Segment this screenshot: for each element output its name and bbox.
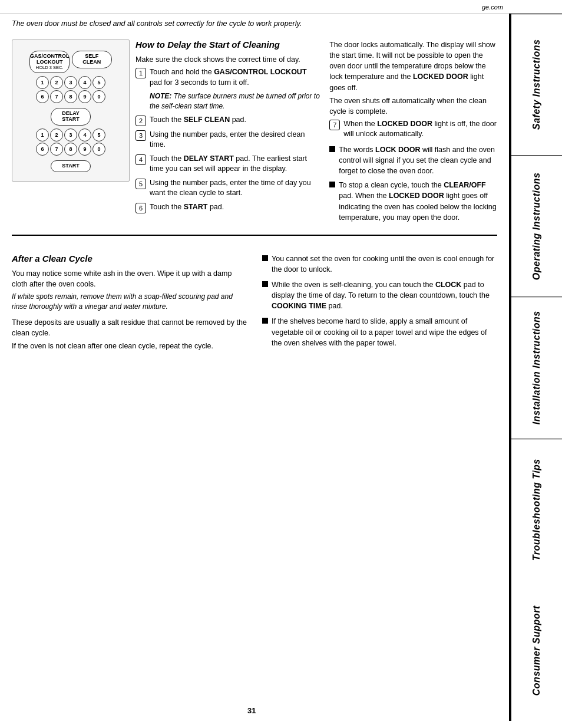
step-6: 6 Touch the START pad.	[135, 202, 320, 213]
delay-steps-col: How to Delay the Start of Cleaning Make …	[135, 39, 320, 225]
num-8: 8	[64, 90, 77, 103]
after-section: After a Clean Cycle You may notice some …	[12, 248, 497, 354]
delay-start-label: DELAYSTART	[62, 111, 80, 123]
step-6-num: 6	[135, 203, 146, 213]
bullet-1-icon	[329, 146, 335, 152]
keypad-diagram: GAS/CONTROLLOCKOUT HOLD 3 SEC. SELFCLEAN…	[12, 39, 130, 225]
step-6-text: Touch the START pad.	[150, 202, 320, 213]
step-4-num: 4	[135, 154, 146, 165]
step-5-text: Using the number pads, enter the time of…	[150, 178, 320, 199]
sidebar-installation: Installation Instructions	[511, 297, 562, 438]
step-7: 7 When the LOCKED DOOR light is off, the…	[329, 119, 497, 140]
delay-start-button: DELAYSTART	[51, 108, 91, 126]
sidebar-safety: Safety Instructions	[511, 14, 562, 155]
num-8b: 8	[64, 143, 77, 156]
page-number: 31	[247, 701, 256, 720]
after-bullet-1-icon	[262, 255, 268, 261]
after-bullet-2-text: While the oven is self-cleaning, you can…	[272, 279, 497, 311]
step-5-num: 5	[135, 179, 146, 189]
content-area: The oven door must be closed and all con…	[0, 14, 510, 721]
num-4b: 4	[78, 129, 91, 141]
door-lock-para: The door locks automatically. The displa…	[329, 39, 497, 93]
after-bullet-1-text: You cannot set the oven for cooking unti…	[272, 253, 497, 275]
site-url: ge.com	[482, 4, 503, 11]
num-row-1: 1 2 3 4 5	[17, 76, 124, 89]
num-9b: 9	[78, 143, 91, 156]
after-bullet-2-icon	[262, 281, 268, 287]
after-para-3: These deposits are usually a salt residu…	[12, 317, 247, 338]
bullet-2-text: To stop a clean cycle, touch the CLEAR/O…	[339, 180, 497, 223]
after-para-4: If the oven is not clean after one clean…	[12, 341, 247, 351]
step-2-num: 2	[135, 116, 146, 126]
num-6b: 6	[36, 143, 49, 156]
top-bar: ge.com	[0, 0, 562, 14]
start-button: START	[51, 160, 91, 172]
delay-section: GAS/CONTROLLOCKOUT HOLD 3 SEC. SELFCLEAN…	[12, 39, 497, 236]
num-1: 1	[36, 76, 49, 89]
sidebar-troubleshooting-label: Troubleshooting Tips	[531, 459, 542, 561]
start-label: START	[62, 163, 79, 169]
num-row-4: 6 7 8 9 0	[17, 143, 124, 156]
step-7-text: When the LOCKED DOOR light is off, the d…	[343, 119, 497, 140]
delay-intro: Make sure the clock shows the correct ti…	[135, 54, 320, 65]
step-4: 4 Touch the DELAY START pad. The earlies…	[135, 154, 320, 174]
num-0b: 0	[92, 143, 105, 156]
after-bullet-1: You cannot set the oven for cooking unti…	[262, 253, 497, 275]
step-3-num: 3	[135, 130, 146, 141]
after-bullet-2: While the oven is self-cleaning, you can…	[262, 279, 497, 311]
num-4: 4	[78, 76, 91, 89]
delay-info-col: The door locks automatically. The displa…	[329, 39, 497, 225]
step-5: 5 Using the number pads, enter the time …	[135, 178, 320, 199]
sidebar-troubleshooting: Troubleshooting Tips	[511, 439, 562, 580]
sidebar-consumer-label: Consumer Support	[531, 605, 542, 696]
intro-text: The oven door must be closed and all con…	[12, 19, 497, 31]
sidebar-operating: Operating Instructions	[511, 155, 562, 297]
bullet-2: To stop a clean cycle, touch the CLEAR/O…	[329, 180, 497, 223]
keypad-box: GAS/CONTROLLOCKOUT HOLD 3 SEC. SELFCLEAN…	[12, 39, 130, 182]
step-7-num: 7	[329, 120, 340, 130]
step-4-text: Touch the DELAY START pad. The earliest …	[150, 154, 320, 174]
num-2: 2	[50, 76, 63, 89]
after-title: After a Clean Cycle	[12, 253, 247, 263]
after-para-2-italic: If white spots remain, remove them with …	[12, 292, 247, 312]
after-left-col: After a Clean Cycle You may notice some …	[12, 253, 247, 354]
step-1: 1 Touch and hold the GAS/CONTROL LOCKOUT…	[135, 67, 320, 88]
bullet-2-icon	[329, 182, 335, 187]
hold-3sec-label: HOLD 3 SEC.	[36, 65, 64, 70]
after-bullet-3-text: If the shelves become hard to slide, app…	[272, 316, 497, 348]
num-5b: 5	[92, 129, 105, 141]
step-2-text: Touch the SELF CLEAN pad.	[150, 115, 320, 126]
step-2: 2 Touch the SELF CLEAN pad.	[135, 115, 320, 126]
delay-title: How to Delay the Start of Cleaning	[135, 39, 320, 50]
num-7: 7	[50, 90, 63, 103]
bullet-1-text: The words LOCK DOOR will flash and the o…	[339, 144, 497, 176]
num-row-2: 6 7 8 9 0	[17, 90, 124, 103]
sidebar-safety-label: Safety Instructions	[531, 39, 542, 130]
gas-control-label: GAS/CONTROLLOCKOUT	[30, 54, 70, 65]
after-bullet-3-icon	[262, 318, 268, 324]
sidebar-operating-label: Operating Instructions	[531, 173, 542, 281]
num-1b: 1	[36, 129, 49, 141]
gas-control-lockout-button: GAS/CONTROLLOCKOUT HOLD 3 SEC.	[29, 51, 70, 73]
sidebar-installation-label: Installation Instructions	[531, 311, 542, 425]
step-list: 1 Touch and hold the GAS/CONTROL LOCKOUT…	[135, 67, 320, 213]
num-7b: 7	[50, 143, 63, 156]
self-clean-label: SELFCLEAN	[82, 54, 101, 65]
step-1-num: 1	[135, 68, 146, 78]
after-bullet-3: If the shelves become hard to slide, app…	[262, 316, 497, 348]
num-3: 3	[64, 76, 77, 89]
step-1-text: Touch and hold the GAS/CONTROL LOCKOUT p…	[150, 67, 320, 88]
bullet-1: The words LOCK DOOR will flash and the o…	[329, 144, 497, 176]
after-para-1: You may notice some white ash in the ove…	[12, 268, 247, 289]
num-3b: 3	[64, 129, 77, 141]
num-0: 0	[92, 90, 105, 103]
step-1-note: NOTE: The surface burners must be turned…	[150, 91, 320, 111]
step-3: 3 Using the number pads, enter the desir…	[135, 130, 320, 150]
num-row-3: 1 2 3 4 5	[17, 129, 124, 141]
num-9: 9	[78, 90, 91, 103]
delay-right: How to Delay the Start of Cleaning Make …	[135, 39, 497, 225]
sidebar-consumer: Consumer Support	[511, 580, 562, 721]
sidebar: Safety Instructions Operating Instructio…	[510, 14, 562, 721]
num-2b: 2	[50, 129, 63, 141]
num-5: 5	[92, 76, 105, 89]
